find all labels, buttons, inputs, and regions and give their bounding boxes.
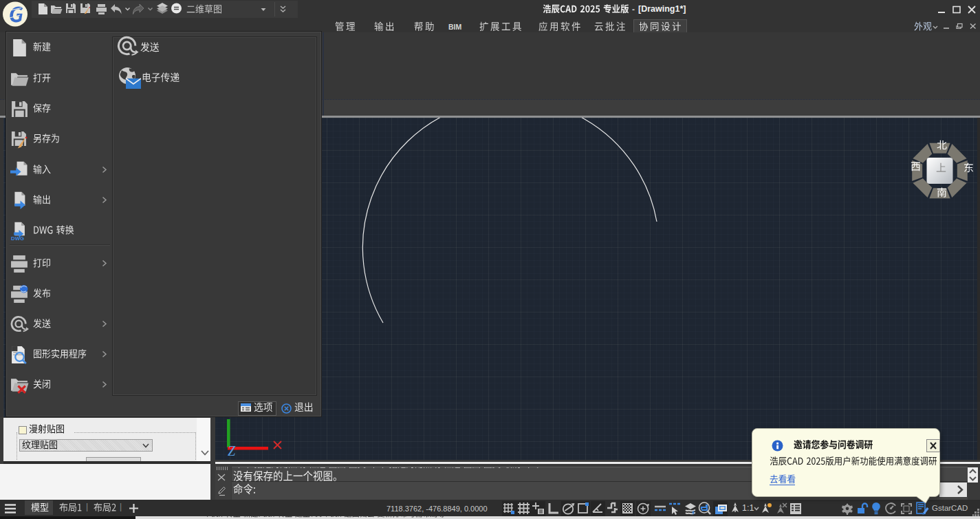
- svg-text:Z: Z: [228, 443, 236, 458]
- svg-text:DWG: DWG: [11, 235, 24, 240]
